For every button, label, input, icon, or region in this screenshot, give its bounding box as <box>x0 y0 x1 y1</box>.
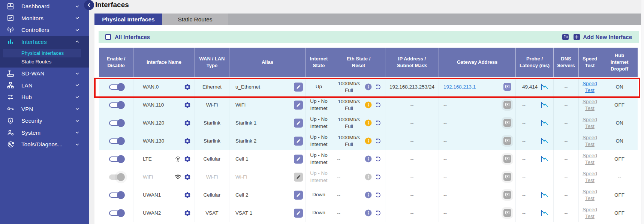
latency-chart-icon[interactable] <box>541 83 549 90</box>
gateway-link[interactable]: 192.168.213.1 <box>443 84 476 90</box>
edit-alias-button[interactable] <box>294 119 303 128</box>
speed-test-link[interactable]: Speed Test <box>581 170 599 183</box>
cell-eth-state: -- <box>332 168 385 186</box>
edit-alias-button[interactable] <box>294 137 303 146</box>
info-icon[interactable] <box>365 155 372 162</box>
sidebar-item-system[interactable]: System <box>0 127 89 139</box>
internet-state: Up - No Internet <box>306 134 332 147</box>
tab-physical-interfaces[interactable]: Physical Interfaces <box>94 14 162 25</box>
enable-toggle[interactable] <box>109 210 124 216</box>
edit-alias-button[interactable] <box>294 173 303 182</box>
reset-icon[interactable] <box>375 192 381 198</box>
ping-gateway-button[interactable] <box>503 137 511 145</box>
ping-gateway-button[interactable] <box>503 83 511 91</box>
latency-chart-icon[interactable] <box>541 209 549 216</box>
tab-static-routes[interactable]: Static Routes <box>162 14 228 25</box>
sidebar-item-tools-diagnos[interactable]: Tools/Diagnos... <box>0 138 89 150</box>
ping-gateway-button[interactable] <box>503 191 511 199</box>
ping-gateway-button[interactable] <box>503 101 511 109</box>
interface-name: WAN.0 <box>143 84 159 90</box>
dns-servers: -- <box>565 192 568 198</box>
sidebar-item-lan[interactable]: LAN <box>0 80 89 92</box>
edit-alias-button[interactable] <box>294 191 303 200</box>
info-icon[interactable] <box>365 119 372 126</box>
sidebar-item-controllers[interactable]: Controllers <box>0 24 89 36</box>
reset-icon[interactable] <box>375 120 381 126</box>
ping-gateway-button[interactable] <box>503 173 511 181</box>
reset-icon[interactable] <box>375 156 381 162</box>
enable-toggle[interactable] <box>109 84 124 90</box>
speed-test-link[interactable]: Speed Test <box>581 134 599 147</box>
cell-gateway: -- <box>439 132 516 150</box>
cell-eth-state: 1000Mb/s Full <box>332 114 385 132</box>
enable-toggle[interactable] <box>109 156 124 162</box>
speed-test-link[interactable]: Speed Test <box>581 206 599 219</box>
info-icon[interactable] <box>365 137 372 144</box>
info-icon[interactable] <box>365 101 372 108</box>
enable-toggle[interactable] <box>109 174 124 180</box>
sidebar-subitem-physical-interfaces[interactable]: Physical Interfaces <box>3 49 81 57</box>
info-icon[interactable] <box>365 83 372 90</box>
enable-toggle[interactable] <box>109 120 124 126</box>
latency-chart-icon[interactable] <box>541 191 549 198</box>
gear-icon[interactable] <box>184 191 191 199</box>
edit-alias-button[interactable] <box>294 209 303 218</box>
enable-toggle[interactable] <box>109 192 124 198</box>
sidebar-item-label: Interfaces <box>21 39 47 45</box>
latency-chart-icon[interactable] <box>541 101 549 108</box>
info-icon[interactable] <box>365 173 372 180</box>
speed-test-link[interactable]: Speed Test <box>581 98 599 111</box>
gear-icon[interactable] <box>184 101 191 109</box>
sidebar-item-hub[interactable]: Hub <box>0 91 89 103</box>
enable-toggle[interactable] <box>109 138 124 144</box>
reset-icon[interactable] <box>375 84 381 90</box>
edit-alias-button[interactable] <box>294 83 303 92</box>
gear-icon[interactable] <box>184 209 191 217</box>
edit-alias-button[interactable] <box>294 101 303 110</box>
gear-icon[interactable] <box>184 119 191 127</box>
folder-view-button[interactable] <box>562 34 569 40</box>
hub-internet-dropoff: -- <box>618 174 621 180</box>
cell-eth-state: 1000Mb/s Full <box>332 78 385 96</box>
speed-test-link[interactable]: Speed Test <box>581 116 599 129</box>
sidebar-item-dashboard[interactable]: Dashboard <box>0 0 89 12</box>
add-interface-label[interactable]: Add New Interface <box>583 34 632 40</box>
reset-icon[interactable] <box>375 174 381 180</box>
internet-state: Up - No Internet <box>306 170 332 183</box>
cell-dns: -- <box>554 114 579 132</box>
sidebar-item-interfaces[interactable]: Interfaces <box>0 36 89 48</box>
edit-alias-button[interactable] <box>294 155 303 164</box>
enable-toggle[interactable] <box>109 102 124 108</box>
sidebar-item-monitors[interactable]: Monitors <box>0 12 89 24</box>
cell-gateway: -- <box>439 96 516 114</box>
speed-test-link[interactable]: Speed Test <box>581 152 599 165</box>
latency-chart-icon[interactable] <box>541 137 549 144</box>
ping-gateway-button[interactable] <box>503 209 511 217</box>
scrollbar[interactable] <box>641 0 644 224</box>
wan-lan-type: Cellular <box>204 156 221 162</box>
gear-icon[interactable] <box>184 155 191 163</box>
info-icon[interactable] <box>365 209 372 216</box>
add-interface-button[interactable] <box>574 34 580 40</box>
ping-gateway-button[interactable] <box>503 155 511 163</box>
latency-chart-icon[interactable] <box>541 119 549 126</box>
reset-icon[interactable] <box>375 210 381 216</box>
gear-icon[interactable] <box>184 137 191 145</box>
all-interfaces-checkbox[interactable] <box>105 34 111 40</box>
gear-icon[interactable] <box>184 83 191 91</box>
gear-icon[interactable] <box>184 173 191 181</box>
system-icon <box>6 128 15 137</box>
speed-test-link[interactable]: Speed Test <box>581 80 599 93</box>
back-button[interactable] <box>84 0 94 10</box>
reset-icon[interactable] <box>375 138 381 144</box>
ping-gateway-button[interactable] <box>503 119 511 127</box>
sidebar-item-security[interactable]: Security <box>0 115 89 127</box>
internet-state: Up - No Internet <box>306 116 332 129</box>
sidebar-item-sd-wan[interactable]: SD-WAN <box>0 68 89 80</box>
speed-test-link[interactable]: Speed Test <box>581 188 599 201</box>
info-icon[interactable] <box>365 191 372 198</box>
latency-chart-icon[interactable] <box>541 155 549 162</box>
sidebar-subitem-static-routes[interactable]: Static Routes <box>3 57 81 66</box>
reset-icon[interactable] <box>375 102 381 108</box>
sidebar-item-vpn[interactable]: VPN <box>0 103 89 115</box>
